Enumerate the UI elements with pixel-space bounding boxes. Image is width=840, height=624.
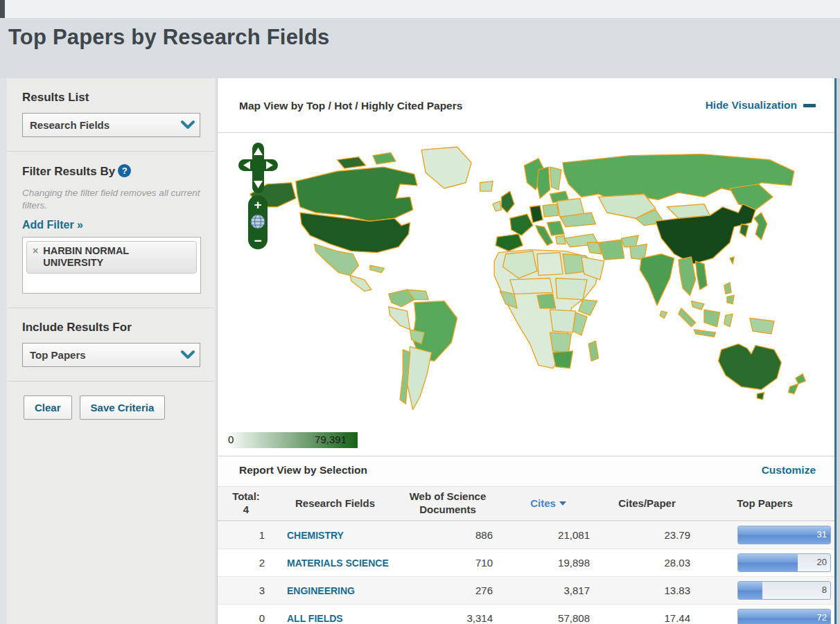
cites-cell: 21,081 (500, 529, 597, 541)
table-header-row: Total: 4 Research Fields Web of Science … (218, 486, 835, 521)
wos-documents-cell: 886 (396, 529, 500, 541)
top-papers-bar: 72 (737, 609, 831, 624)
results-list-dropdown[interactable]: Research Fields (22, 113, 200, 137)
customize-link[interactable]: Customize (762, 464, 816, 476)
column-header-cites[interactable]: Cites (500, 497, 597, 510)
map-pan-control[interactable] (238, 143, 279, 194)
include-results-section: Include Results For Top Papers (7, 308, 215, 382)
cites-per-paper-cell: 23.79 (597, 529, 697, 541)
filter-section: Filter Results By? Changing the filter f… (7, 152, 215, 308)
top-papers-value: 20 (817, 557, 827, 567)
filter-tag[interactable]: × HARBIN NORMAL UNIVERSITY (26, 241, 197, 273)
rank-cell: 2 (218, 557, 274, 569)
top-papers-value: 72 (817, 612, 827, 623)
map-area: + − 0 79,391 (218, 133, 835, 456)
chevron-down-icon (180, 118, 195, 134)
results-list-selected: Research Fields (23, 119, 110, 131)
report-view-title: Report View by Selection (239, 464, 367, 476)
top-papers-cell: 31 (697, 526, 832, 544)
hide-visualization-link[interactable]: Hide Visualization (706, 99, 816, 112)
collapse-icon (803, 104, 816, 107)
clear-button[interactable]: Clear (24, 395, 72, 420)
table-row: 3ENGINEERING2763,81713.838 (218, 576, 835, 604)
world-map[interactable] (230, 134, 823, 432)
cites-cell: 19,898 (500, 557, 597, 569)
rank-cell: 0 (218, 612, 274, 624)
table-row: 1CHEMISTRY88621,08123.7931 (218, 521, 835, 549)
field-link[interactable]: CHEMISTRY (287, 530, 344, 542)
field-link[interactable]: ALL FIELDS (287, 613, 343, 624)
cites-cell: 3,817 (500, 585, 597, 596)
include-results-dropdown[interactable]: Top Papers (22, 343, 200, 367)
column-header-cites-per-paper[interactable]: Cites/Paper (597, 497, 697, 510)
sidebar-actions: Clear Save Criteria (7, 382, 215, 434)
results-list-section: Results List Research Fields (7, 78, 215, 152)
add-filter-link[interactable]: Add Filter » (22, 219, 83, 231)
top-papers-cell: 8 (697, 581, 832, 600)
map-view-title: Map View by Top / Hot / Highly Cited Pap… (239, 100, 462, 112)
field-link[interactable]: ENGINEERING (287, 585, 355, 597)
field-cell: MATERIALS SCIENCE (274, 557, 396, 569)
wos-documents-cell: 710 (396, 557, 500, 569)
map-legend: 0 79,391 (225, 432, 358, 448)
sort-desc-icon (559, 501, 566, 506)
corner-notch (0, 0, 5, 18)
top-papers-cell: 20 (697, 553, 832, 572)
report-table: Total: 4 Research Fields Web of Science … (218, 486, 835, 624)
remove-filter-icon[interactable]: × (33, 245, 38, 268)
include-results-selected: Top Papers (23, 349, 86, 361)
top-papers-bar: 31 (737, 526, 831, 544)
include-results-heading: Include Results For (22, 321, 201, 335)
cites-per-paper-cell: 13.83 (597, 585, 697, 596)
top-papers-bar-fill (738, 582, 762, 599)
chevron-down-icon (180, 348, 195, 364)
results-list-heading: Results List (22, 91, 201, 105)
top-papers-value: 8 (822, 585, 827, 595)
top-papers-bar: 20 (737, 553, 831, 572)
browser-top-strip (0, 0, 840, 18)
field-cell: CHEMISTRY (274, 529, 396, 542)
help-icon[interactable]: ? (118, 164, 131, 177)
top-papers-cell: 72 (697, 609, 832, 624)
top-papers-bar-fill (738, 554, 798, 571)
total-header: Total: 4 (218, 490, 274, 517)
column-header-wos-documents[interactable]: Web of Science Documents (396, 490, 500, 517)
rank-cell: 1 (218, 529, 274, 541)
map-header: Map View by Top / Hot / Highly Cited Pap… (218, 78, 835, 133)
top-papers-bar: 8 (737, 581, 831, 600)
zoom-out-button[interactable]: − (248, 235, 268, 247)
filter-tag-label: HARBIN NORMAL UNIVERSITY (43, 245, 175, 268)
legend-min-value: 0 (228, 434, 234, 445)
cites-per-paper-cell: 28.03 (597, 557, 697, 569)
table-body: 1CHEMISTRY88621,08123.79312MATERIALS SCI… (218, 521, 835, 624)
page-right-margin (837, 78, 840, 624)
zoom-in-button[interactable]: + (248, 199, 268, 211)
cites-cell: 57,808 (500, 612, 597, 624)
map-zoom-control: + − (248, 195, 268, 249)
table-row: 0ALL FIELDS3,31457,80817.4472 (218, 604, 835, 624)
report-header: Report View by Selection Customize (218, 456, 835, 486)
app-window: Top Papers by Research Fields Results Li… (0, 0, 840, 624)
rank-cell: 3 (218, 585, 274, 596)
top-papers-value: 31 (817, 529, 827, 540)
filter-tag-box: × HARBIN NORMAL UNIVERSITY (22, 237, 201, 294)
total-count: 4 (243, 503, 249, 515)
filter-note: Changing the filter field removes all cu… (22, 187, 201, 212)
page-title: Top Papers by Research Fields (8, 25, 330, 50)
column-header-research-fields[interactable]: Research Fields (274, 497, 396, 510)
cites-per-paper-cell: 17.44 (597, 612, 697, 624)
sidebar: Results List Research Fields Filter Resu… (7, 78, 215, 624)
main-panel: Map View by Top / Hot / Highly Cited Pap… (217, 78, 835, 624)
wos-documents-cell: 3,314 (396, 612, 500, 624)
page-header: Top Papers by Research Fields (0, 18, 840, 78)
save-criteria-button[interactable]: Save Criteria (80, 395, 166, 420)
column-header-top-papers[interactable]: Top Papers (697, 497, 832, 510)
filter-heading: Filter Results By? (22, 164, 201, 179)
wos-documents-cell: 276 (396, 585, 500, 596)
table-row: 2MATERIALS SCIENCE71019,89828.0320 (218, 549, 835, 576)
globe-icon[interactable] (250, 214, 265, 232)
field-cell: ENGINEERING (274, 585, 396, 597)
field-link[interactable]: MATERIALS SCIENCE (287, 558, 389, 569)
legend-max-value: 79,391 (315, 434, 347, 445)
field-cell: ALL FIELDS (274, 612, 396, 624)
